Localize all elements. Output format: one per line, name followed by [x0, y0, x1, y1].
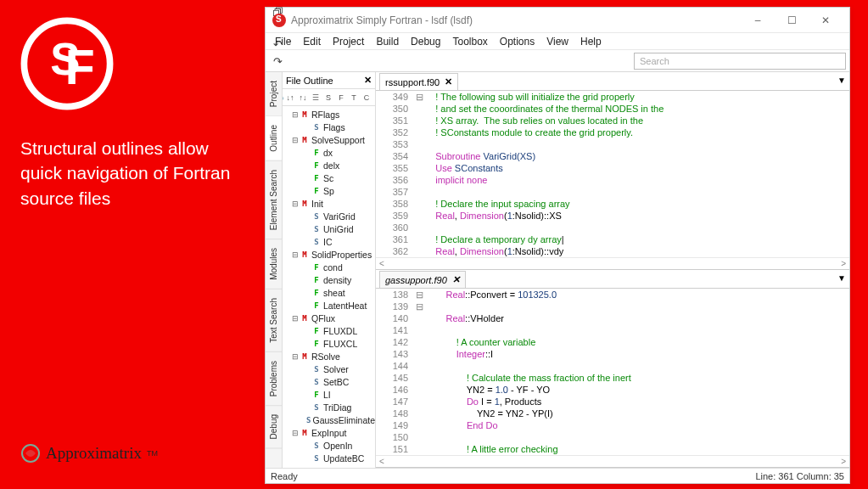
outline-tool[interactable]: C: [361, 91, 372, 104]
type-S-icon: S: [311, 364, 322, 374]
tree-toggle-icon[interactable]: ⊟: [291, 352, 300, 361]
tree-label: dx: [323, 148, 333, 158]
file-tab-active[interactable]: rssupport.f90 ✕: [379, 73, 458, 90]
menu-project[interactable]: Project: [327, 34, 370, 49]
menu-edit[interactable]: Edit: [297, 34, 327, 49]
promo-text: Structural outlines allow quick navigati…: [20, 136, 244, 211]
side-tab-element-search[interactable]: Element Search: [266, 161, 282, 239]
tree-node-delx[interactable]: Fdelx: [283, 159, 375, 171]
tree-label: Solver: [323, 364, 349, 374]
horizontal-scrollbar[interactable]: <>: [376, 257, 849, 269]
tab-close-icon[interactable]: ✕: [452, 274, 460, 285]
brand-swirl-icon: [20, 443, 41, 464]
tree-node-sc[interactable]: FSc: [283, 171, 375, 184]
tree-node-dx[interactable]: Fdx: [283, 146, 375, 159]
type-F-icon: F: [311, 339, 322, 349]
tree-node-solver[interactable]: SSolver: [283, 363, 375, 375]
outline-tree[interactable]: ⊟MRFlagsSFlags⊟MSolveSupportFdxFdelxFScF…: [283, 106, 375, 468]
tree-node-fluxdl[interactable]: FFLUXDL: [283, 324, 375, 337]
tree-node-setbc[interactable]: SSetBC: [283, 375, 375, 388]
titlebar: Approximatrix Simply Fortran - lsdf (lsd…: [266, 8, 849, 33]
tree-node-gausseliminate[interactable]: SGaussEliminate: [283, 413, 375, 426]
tree-node-init[interactable]: ⊟MInit: [283, 197, 375, 210]
menu-debug[interactable]: Debug: [405, 34, 446, 49]
type-M-icon: M: [300, 110, 310, 120]
tab-row-1: rssupport.f90 ✕ ▼: [376, 72, 849, 91]
tree-toggle-icon[interactable]: ⊟: [291, 250, 300, 259]
side-tab-project[interactable]: Project: [266, 72, 282, 116]
tree-node-qflux[interactable]: ⊟MQFlux: [283, 312, 375, 324]
side-tab-text-search[interactable]: Text Search: [266, 289, 282, 352]
tree-node-solvesupport[interactable]: ⊟MSolveSupport: [283, 133, 375, 146]
tree-toggle-icon[interactable]: ⊟: [291, 314, 300, 323]
outline-tool[interactable]: T: [348, 91, 360, 104]
minimize-button[interactable]: –: [741, 9, 775, 31]
outline-tool[interactable]: ↓↑: [284, 91, 296, 104]
tree-node-density[interactable]: Fdensity: [283, 273, 375, 286]
outline-tool[interactable]: ☰: [310, 91, 322, 104]
tree-node-expinput[interactable]: ⊟MExpInput: [283, 426, 375, 439]
menu-options[interactable]: Options: [494, 34, 540, 49]
horizontal-scrollbar[interactable]: <>: [376, 455, 849, 467]
tree-node-fluxcl[interactable]: FFLUXCL: [283, 337, 375, 350]
line-numbers: 1381391401411421431441451461471481491501…: [376, 289, 413, 455]
tree-toggle-icon[interactable]: ⊟: [291, 429, 300, 437]
side-tab-problems[interactable]: Problems: [266, 352, 282, 406]
tree-node-updatebc[interactable]: SUpdateBC: [283, 452, 375, 464]
code-content[interactable]: Real::Pconvert = 101325.0 Real::VHolder …: [425, 289, 849, 455]
outline-title: File Outline: [286, 76, 364, 86]
window-title: Approximatrix Simply Fortran - lsdf (lsd…: [291, 14, 741, 26]
type-S-icon: S: [311, 224, 322, 234]
tree-node-latentheat[interactable]: FLatentHeat: [283, 299, 375, 312]
menu-toolbox[interactable]: Toolbox: [446, 34, 493, 49]
tree-node-li[interactable]: FLI: [283, 388, 375, 401]
outline-tool[interactable]: ↑↓: [297, 91, 309, 104]
tree-node-flags[interactable]: SFlags: [283, 121, 375, 133]
tree-toggle-icon[interactable]: ⊟: [291, 110, 300, 119]
outline-close-icon[interactable]: ✕: [364, 75, 372, 86]
maximize-button[interactable]: ☐: [775, 9, 809, 31]
tree-node-varigrid[interactable]: SVariGrid: [283, 210, 375, 222]
tree-node-solidproperties[interactable]: ⊟MSolidProperties: [283, 248, 375, 261]
tree-label: IC: [323, 237, 333, 247]
code-view-2[interactable]: 1381391401411421431441451461471481491501…: [376, 289, 849, 455]
code-content[interactable]: ! The following sub will initialize the …: [425, 91, 849, 257]
tree-node-ic[interactable]: SIC: [283, 235, 375, 248]
tree-label: sheat: [323, 288, 345, 298]
tree-node-rsolve[interactable]: ⊟MRSolve: [283, 350, 375, 363]
outline-tool[interactable]: F: [335, 91, 347, 104]
tree-toggle-icon[interactable]: ⊟: [291, 200, 300, 208]
tab-dropdown-icon[interactable]: ▼: [837, 76, 846, 85]
toolbar-button-8[interactable]: ↷: [269, 53, 286, 70]
menu-help[interactable]: Help: [574, 34, 608, 49]
tree-label: UpdateBC: [323, 453, 364, 464]
side-tab-modules[interactable]: Modules: [266, 239, 282, 289]
fold-column[interactable]: ⊟: [413, 91, 425, 257]
search-input[interactable]: Search: [634, 53, 846, 70]
tree-toggle-icon[interactable]: ⊟: [291, 136, 300, 144]
tree-node-openin[interactable]: SOpenIn: [283, 439, 375, 452]
tree-node-unigrid[interactable]: SUniGrid: [283, 222, 375, 235]
side-tab-debug[interactable]: Debug: [266, 406, 282, 448]
side-tab-outline[interactable]: Outline: [266, 116, 282, 161]
code-view-1[interactable]: 3493503513523533543553563573583593603613…: [376, 91, 849, 257]
tree-label: VariGrid: [323, 211, 356, 222]
search-placeholder: Search: [640, 56, 669, 66]
outline-tool[interactable]: S: [322, 91, 334, 104]
file-tab-inactive[interactable]: gassupport.f90 ✕: [379, 271, 466, 288]
close-button[interactable]: ✕: [809, 9, 843, 31]
tab-close-icon[interactable]: ✕: [445, 76, 452, 87]
fold-column[interactable]: ⊟⊟: [413, 289, 425, 455]
tab-dropdown-icon[interactable]: ▼: [837, 273, 846, 283]
menu-view[interactable]: View: [540, 34, 574, 49]
tree-node-tridiag[interactable]: STriDiag: [283, 401, 375, 413]
tree-node-cond[interactable]: Fcond: [283, 261, 375, 273]
app-icon: [272, 14, 286, 27]
tree-node-sheat[interactable]: Fsheat: [283, 286, 375, 299]
tree-node-rflags[interactable]: ⊟MRFlags: [283, 108, 375, 121]
toolbar-button-7[interactable]: ↶: [269, 37, 286, 53]
menu-build[interactable]: Build: [370, 34, 405, 49]
type-S-icon: S: [306, 415, 311, 425]
tree-node-sp[interactable]: FSp: [283, 184, 375, 197]
type-S-icon: S: [311, 237, 322, 247]
